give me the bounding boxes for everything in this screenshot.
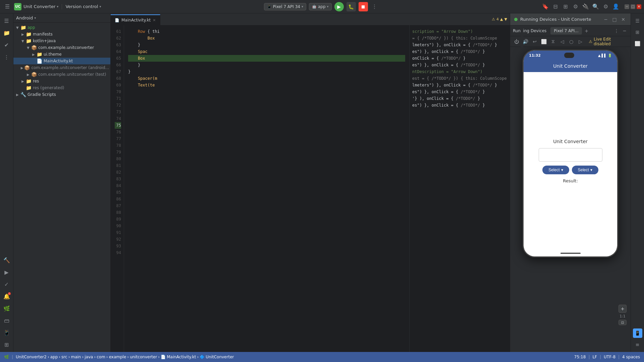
example-label: example bbox=[109, 355, 126, 359]
close-button[interactable]: ✕ bbox=[637, 4, 641, 9]
tree-item-res[interactable]: ▶ 📁 res bbox=[13, 78, 110, 84]
tree-item-uitheme[interactable]: ▶ 📁 ui.theme bbox=[13, 51, 110, 58]
search-icon[interactable]: 🔍 bbox=[592, 3, 600, 11]
code-right-content[interactable]: scription = "Arrow Down") = { /*TODO*/ }… bbox=[410, 25, 510, 352]
notifications-right-icon[interactable]: ☰ bbox=[633, 16, 642, 25]
add-device-icon[interactable]: + bbox=[583, 27, 590, 34]
device-tab-pixel7[interactable]: Pixel 7 API... bbox=[550, 27, 582, 35]
database-icon[interactable]: 🗃 bbox=[2, 316, 11, 325]
status-position[interactable]: 75:18 bbox=[574, 355, 586, 359]
status-vcs[interactable]: 🌿 bbox=[4, 355, 9, 359]
device-options-icon[interactable]: ⋮ bbox=[613, 27, 620, 34]
toolbar-actions: 🔖 ⊟ ⊞ ⚙ 🔌 🔍 ⚙ 👤 bbox=[541, 3, 620, 11]
home-icon[interactable]: ○ bbox=[568, 38, 575, 45]
overview-icon[interactable]: ▷ bbox=[577, 38, 584, 45]
version-control-dropdown-icon[interactable]: ▾ bbox=[99, 5, 101, 8]
src-label: src bbox=[61, 355, 67, 359]
expand-arrow-icon: ▼ bbox=[21, 39, 25, 43]
collapse-device-icon[interactable]: ─ bbox=[621, 27, 628, 34]
screen-icon[interactable]: ⬜ bbox=[540, 38, 547, 45]
package-icon: 📦 bbox=[24, 65, 30, 70]
hamburger-icon[interactable]: ☰ bbox=[3, 2, 12, 11]
search-right-icon[interactable]: ⬜ bbox=[633, 39, 642, 48]
zoom-fit-button[interactable]: ⊡ bbox=[619, 320, 627, 325]
app-dropdown-icon[interactable]: ▾ bbox=[57, 5, 58, 8]
folder-icon: 📁 bbox=[26, 85, 32, 90]
tree-item-kotlin[interactable]: ▼ 📁 kotlin+java bbox=[13, 38, 110, 44]
settings-icon[interactable]: ⚙ bbox=[572, 3, 580, 11]
tree-item-mainactivity[interactable]: ▶ 📄 MainActivity.kt bbox=[13, 58, 110, 64]
notifications-icon[interactable]: 🔔 ! bbox=[2, 292, 11, 301]
layout-right-icon[interactable]: ≡ bbox=[633, 340, 642, 349]
layout-icon[interactable]: ⊞ bbox=[561, 3, 570, 11]
tree-item-package[interactable]: ▼ 📦 com.example.unitconverter bbox=[13, 44, 110, 51]
status-encoding[interactable]: UTF-8 bbox=[604, 355, 615, 359]
run-tool-icon[interactable]: ▶ bbox=[2, 267, 11, 277]
restore-panel-icon[interactable]: □ bbox=[611, 16, 618, 23]
tree-item-res-generated[interactable]: ▶ 📁 res (generated) bbox=[13, 84, 110, 91]
test-icon[interactable]: ✓ bbox=[2, 280, 11, 289]
zoom-in-button[interactable]: + bbox=[619, 305, 627, 313]
git-icon[interactable]: 🌿 bbox=[2, 304, 11, 313]
build-icon[interactable]: 🔨 bbox=[2, 255, 11, 265]
status-lf[interactable]: LF bbox=[592, 355, 597, 359]
minimize-panel-icon[interactable]: ─ bbox=[602, 16, 609, 23]
app-title: Unit Converter ▾ bbox=[23, 4, 58, 9]
device-dropdown-icon[interactable]: ▾ bbox=[302, 5, 303, 8]
maximize-button[interactable]: □ bbox=[631, 4, 635, 9]
tree-item-app[interactable]: ▼ 📁 app bbox=[13, 24, 110, 31]
stop-button[interactable]: ■ bbox=[359, 2, 368, 11]
minimize-button[interactable]: ─ bbox=[625, 4, 629, 9]
terminal-icon[interactable]: ⊞ bbox=[2, 340, 11, 349]
user-icon[interactable]: 👤 bbox=[612, 3, 620, 11]
rotate-icon[interactable]: ↩ bbox=[531, 38, 538, 45]
preferences-icon[interactable]: ⚙ bbox=[602, 3, 610, 11]
expand-arrow-icon: ▼ bbox=[16, 26, 19, 29]
gradle-icon: 🔧 bbox=[20, 92, 26, 97]
path-sep: › bbox=[48, 355, 49, 359]
diff-right-icon[interactable]: ⊞ bbox=[633, 27, 642, 37]
app-name-label: Unit Converter bbox=[23, 4, 55, 9]
phone-select-to-button[interactable]: Select ▾ bbox=[572, 166, 598, 174]
tab-close-icon[interactable]: ✕ bbox=[153, 18, 156, 22]
folder-icon: 📁 bbox=[20, 25, 26, 30]
folder-icon: 📁 bbox=[26, 38, 32, 44]
more-vert-icon[interactable]: ⋮ bbox=[2, 52, 11, 62]
power-icon[interactable]: ⏻ bbox=[513, 38, 520, 45]
expand-icon[interactable]: ▲ bbox=[500, 17, 503, 21]
phone-value-input[interactable] bbox=[539, 148, 602, 162]
plugins-icon[interactable]: 🔌 bbox=[582, 3, 590, 11]
phone-select-from-button[interactable]: Select ▾ bbox=[542, 166, 569, 174]
bookmarks-icon[interactable]: 🔖 bbox=[541, 3, 549, 11]
version-control-label: Version control bbox=[65, 4, 98, 9]
platform-dropdown-icon[interactable]: ▾ bbox=[34, 16, 36, 20]
version-control[interactable]: Version control ▾ bbox=[65, 4, 101, 9]
path-sep: › bbox=[94, 355, 96, 359]
tree-item-package-android[interactable]: ▶ 📦 com.example.unitconverter (android..… bbox=[13, 64, 110, 71]
tree-item-manifests[interactable]: ▶ 📁 manifests bbox=[13, 31, 110, 38]
project-icon[interactable]: 📁 bbox=[2, 28, 11, 38]
hamburger-menu-icon[interactable]: ☰ bbox=[2, 16, 11, 25]
tree-item-gradle[interactable]: ▶ 🔧 Gradle Scripts bbox=[13, 91, 110, 98]
back-icon[interactable]: ◁ bbox=[558, 38, 566, 45]
run-button[interactable]: ▶ bbox=[334, 2, 344, 11]
commit-icon[interactable]: ✔ bbox=[2, 40, 11, 50]
device-selector[interactable]: 📱 Pixel 7 API 34 ▾ bbox=[264, 3, 306, 10]
collapse-icon[interactable]: ▼ bbox=[504, 17, 507, 21]
status-indent[interactable]: 4 spaces bbox=[622, 355, 640, 359]
tree-item-package-test[interactable]: ▶ 📦 com.example.unitconverter (test) bbox=[13, 71, 110, 78]
code-editor[interactable]: Row { thi Box } Spac Box bbox=[124, 25, 409, 352]
diff-icon[interactable]: ⊟ bbox=[551, 3, 559, 11]
more-actions-icon[interactable]: ⋮ bbox=[371, 3, 379, 11]
device-manager-icon[interactable]: 📱 bbox=[2, 328, 11, 337]
close-panel-icon[interactable]: ✕ bbox=[620, 16, 627, 23]
class-label: UnitConverter bbox=[206, 355, 234, 359]
debug-button[interactable]: 🐛 bbox=[346, 2, 356, 11]
device-preview-icon[interactable]: 📱 bbox=[633, 328, 642, 338]
app-selector[interactable]: 🤖 app ▾ bbox=[309, 3, 332, 10]
app-selector-dropdown-icon[interactable]: ▾ bbox=[327, 5, 329, 8]
separator: | bbox=[600, 355, 601, 359]
kotlin-file-icon: 📄 bbox=[115, 18, 119, 22]
tab-mainactivity[interactable]: 📄 MainActivity.kt ✕ bbox=[111, 14, 160, 25]
fold-icon[interactable]: ⧖ bbox=[549, 38, 556, 45]
